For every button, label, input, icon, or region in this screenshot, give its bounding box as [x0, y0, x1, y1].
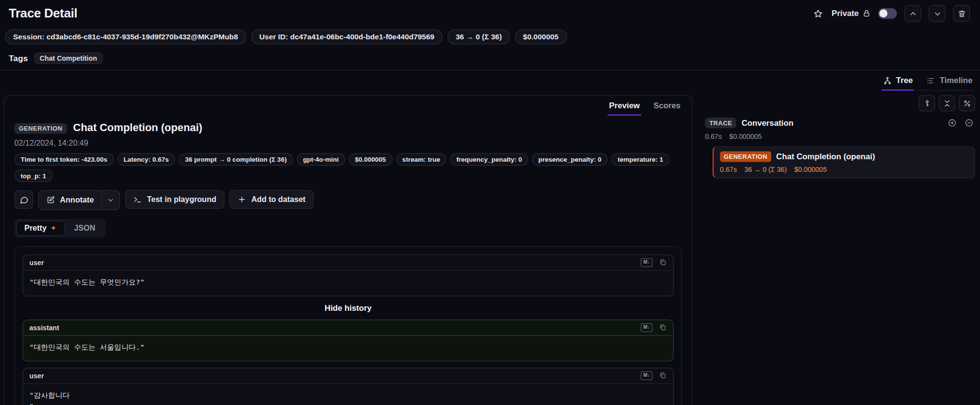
tab-preview[interactable]: Preview	[608, 100, 641, 116]
total-cost-badge: $0.000005	[515, 30, 567, 45]
minus-circle-icon	[964, 118, 974, 127]
add-to-dataset-button[interactable]: Add to dataset	[230, 190, 314, 209]
playground-label: Test in playground	[147, 195, 216, 204]
tags-row: Tags Chat Competition	[0, 44, 980, 70]
trace-detail-page: Trace Detail Private	[0, 0, 980, 405]
message-content: "대한민국의 수도는 무엇인가요?"	[23, 270, 673, 296]
tree-node-generation[interactable]: GENERATION Chat Completion (openai) 0.67…	[713, 146, 975, 178]
tags-label: Tags	[9, 53, 28, 63]
collapse-all-button[interactable]	[939, 95, 955, 111]
metrics-toggle-button[interactable]	[959, 95, 975, 111]
trace-root-row[interactable]: TRACE Conversation	[702, 117, 975, 129]
observation-card: Preview Scores GENERATION Chat Completio…	[4, 95, 693, 405]
observation-timestamp: 02/12/2024, 14:20:49	[15, 139, 682, 148]
session-badge[interactable]: Session: cd3abcd6-c81c-4037-935d-19d9f27…	[5, 30, 246, 45]
node-cost: $0.000005	[794, 166, 827, 173]
metric-pills: Time to first token: -423.00s Latency: 0…	[15, 153, 682, 182]
trace-tree-panel: TRACE Conversation 0.67s	[702, 95, 975, 178]
tab-scores[interactable]: Scores	[652, 100, 682, 116]
node-tokens: 36 → 0 (Σ 36)	[744, 166, 786, 173]
delete-trace-button[interactable]	[953, 5, 970, 22]
markdown-icon[interactable]: M↓	[641, 258, 652, 267]
generation-type-badge: GENERATION	[15, 123, 67, 134]
expand-all-button[interactable]	[946, 117, 958, 129]
node-metrics: 0.67s 36 → 0 (Σ 36) $0.000005	[720, 166, 968, 173]
tab-tree[interactable]: Tree	[881, 76, 914, 91]
trace-metrics: 0.67s $0.000005	[702, 133, 975, 140]
plus-circle-icon	[947, 118, 957, 127]
action-buttons: Annotate Test in playground	[15, 190, 682, 210]
tab-json[interactable]: JSON	[66, 221, 103, 236]
chevrons-collapse-icon	[943, 99, 951, 107]
main-content: Preview Scores GENERATION Chat Completio…	[0, 91, 980, 405]
tab-timeline-label: Timeline	[940, 76, 973, 85]
chevron-down-icon	[107, 196, 114, 203]
metric-pill-latency: Latency: 0.67s	[117, 153, 175, 166]
scores-toggle-button[interactable]	[919, 95, 935, 111]
node-latency: 0.67s	[720, 166, 737, 173]
page-title: Trace Detail	[9, 6, 77, 21]
copy-button[interactable]	[659, 371, 667, 380]
metric-pill-model[interactable]: gpt-4o-mini	[297, 153, 345, 166]
metric-pill-cost: $0.000005	[349, 153, 392, 166]
metric-pill-top-p: top_p: 1	[15, 169, 52, 182]
next-trace-button[interactable]	[929, 5, 946, 22]
prev-trace-button[interactable]	[904, 5, 921, 22]
copy-icon	[659, 371, 667, 380]
user-id-badge[interactable]: User ID: dc47a41e-06bc-400d-bde1-f0e440d…	[251, 30, 442, 45]
copy-button[interactable]	[659, 258, 667, 267]
metric-pill-presence-penalty: presence_penalty: 0	[532, 153, 608, 166]
messages-container: user M↓ "대한민국의 수도는 무엇인가요?"	[15, 246, 682, 405]
visibility-toggle[interactable]	[878, 8, 897, 19]
collapse-tree-button[interactable]	[963, 117, 975, 129]
trash-icon	[957, 9, 966, 18]
metric-pill-stream: stream: true	[396, 153, 447, 166]
message-card-user-1: user M↓ "대한민국의 수도는 무엇인가요?"	[22, 254, 674, 296]
bookmark-star-button[interactable]	[812, 7, 824, 20]
plus-icon	[237, 195, 246, 204]
message-role: user	[30, 259, 44, 266]
comment-icon	[19, 195, 28, 204]
observation-tabs: Preview Scores	[4, 96, 692, 116]
timeline-icon	[927, 76, 935, 84]
markdown-icon[interactable]: M↓	[641, 323, 652, 332]
percent-icon	[963, 99, 971, 107]
node-type-badge: GENERATION	[720, 152, 771, 162]
lock-icon	[863, 9, 871, 17]
observation-title: Chat Completion (openai)	[73, 122, 202, 135]
tag-chat-competition[interactable]: Chat Competition	[34, 52, 102, 64]
metric-pill-tokens: 36 prompt → 0 completion (Σ 36)	[179, 153, 293, 166]
copy-icon	[659, 323, 667, 332]
toggle-knob	[880, 9, 888, 17]
tree-icon	[883, 76, 892, 84]
metric-pill-ttft: Time to first token: -423.00s	[15, 153, 114, 166]
annotate-label: Annotate	[60, 196, 94, 204]
copy-icon	[659, 258, 667, 267]
tab-timeline[interactable]: Timeline	[925, 76, 974, 91]
view-tabs-row: Tree Timeline	[0, 70, 980, 90]
hide-history-button[interactable]: Hide history	[22, 303, 674, 313]
topbar: Trace Detail Private	[0, 0, 980, 24]
copy-button[interactable]	[659, 323, 667, 332]
meta-badge-row: Session: cd3abcd6-c81c-4037-935d-19d9f27…	[0, 24, 980, 44]
annotate-split-button: Annotate	[38, 190, 120, 210]
add-to-dataset-label: Add to dataset	[251, 195, 306, 204]
playground-button[interactable]: Test in playground	[125, 190, 225, 209]
markdown-icon[interactable]: M↓	[641, 371, 652, 380]
terminal-icon	[133, 195, 142, 204]
annotate-button[interactable]: Annotate	[39, 191, 101, 210]
metric-pill-temperature: temperature: 1	[612, 153, 670, 166]
privacy-label: Private	[831, 9, 859, 18]
privacy-control: Private	[831, 9, 870, 18]
trace-type-badge: TRACE	[705, 118, 736, 128]
annotate-dropdown-button[interactable]	[101, 191, 119, 210]
tab-pretty[interactable]: Pretty ✦	[16, 221, 65, 236]
star-icon	[813, 8, 823, 18]
token-usage-badge: 36 → 0 (Σ 36)	[448, 30, 510, 45]
trace-latency: 0.67s	[705, 133, 722, 140]
comment-button[interactable]	[15, 190, 33, 209]
message-content: "감사합니다 "	[23, 384, 673, 405]
message-role: assistant	[30, 324, 59, 331]
tab-tree-label: Tree	[896, 76, 913, 85]
message-content: "대한민국의 수도는 서울입니다."	[23, 336, 673, 361]
